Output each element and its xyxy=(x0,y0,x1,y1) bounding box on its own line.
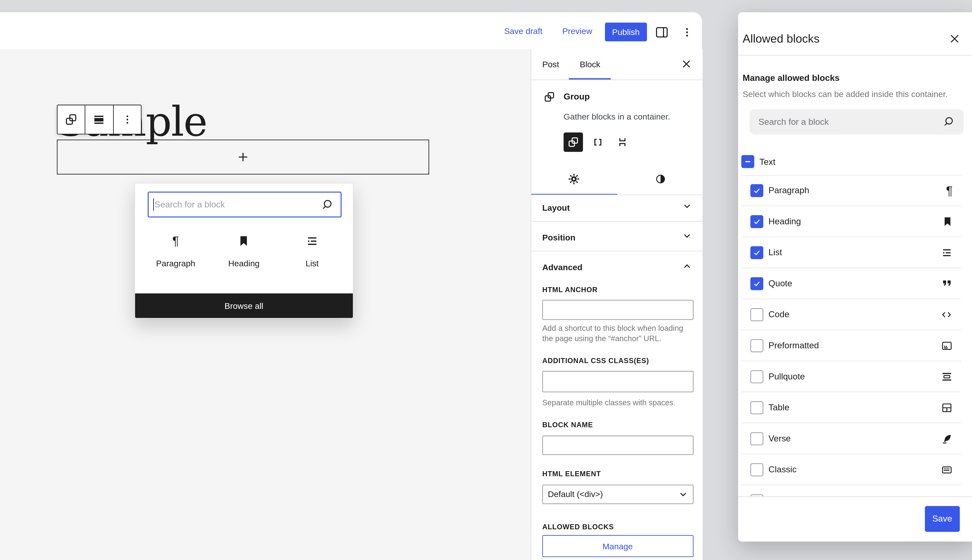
block-row-paragraph[interactable]: Paragraph ¶ xyxy=(741,175,961,206)
variation-stack-button[interactable] xyxy=(616,135,629,148)
panel-advanced[interactable]: Advanced xyxy=(542,262,582,272)
manage-allowed-blocks-button[interactable]: Manage xyxy=(542,535,693,557)
panel-layout[interactable]: Layout xyxy=(542,203,570,212)
list-icon xyxy=(305,230,318,252)
active-tab-indicator xyxy=(569,78,611,80)
divider xyxy=(738,55,972,56)
heading-checkbox[interactable] xyxy=(750,215,763,228)
settings-sidebar: Post Block Group Gather blocks in a xyxy=(531,49,703,560)
align-button[interactable] xyxy=(85,105,113,134)
group-block-outline[interactable] xyxy=(57,139,429,175)
modal-title: Allowed blocks xyxy=(743,32,820,46)
additional-css-input[interactable] xyxy=(542,371,693,392)
close-sidebar-button[interactable] xyxy=(680,58,693,70)
block-row-pullquote[interactable]: Pullquote xyxy=(741,361,961,392)
block-options-button[interactable] xyxy=(113,105,141,134)
verse-checkbox[interactable] xyxy=(750,432,763,445)
close-modal-button[interactable] xyxy=(948,32,961,45)
tab-styles[interactable] xyxy=(655,173,667,185)
group-block-icon xyxy=(544,91,555,103)
save-button[interactable]: Save xyxy=(925,506,960,532)
block-row-label: Paragraph xyxy=(769,185,809,195)
panel-position[interactable]: Position xyxy=(542,232,575,242)
options-menu-button[interactable] xyxy=(680,26,694,39)
block-row-classic[interactable]: Classic xyxy=(741,454,961,485)
chevron-down-icon[interactable] xyxy=(682,202,692,211)
block-row-list[interactable]: List xyxy=(741,237,961,268)
variation-group-button[interactable] xyxy=(564,132,583,152)
additional-css-label: ADDITIONAL CSS CLASS(ES) xyxy=(542,357,649,364)
modal-footer-divider xyxy=(738,496,972,497)
tab-block[interactable]: Block xyxy=(580,49,600,79)
inserter-item-list[interactable]: List xyxy=(278,230,346,285)
list-checkbox[interactable] xyxy=(750,246,763,259)
block-row-media[interactable]: Media xyxy=(741,485,961,496)
inserter-search-input[interactable] xyxy=(149,192,369,217)
paragraph-icon: ¶ xyxy=(172,230,179,252)
preformatted-checkbox[interactable] xyxy=(750,339,763,352)
quote-checkbox[interactable] xyxy=(750,277,763,290)
preview-button[interactable]: Preview xyxy=(562,26,592,35)
chevron-down-icon xyxy=(679,490,688,499)
list-icon xyxy=(941,247,953,258)
modal-search-field[interactable] xyxy=(749,109,963,134)
code-checkbox[interactable] xyxy=(750,308,763,321)
modal-description: Select which blocks can be added inside … xyxy=(743,89,948,99)
tab-settings[interactable] xyxy=(568,173,580,185)
html-element-value: Default (<div>) xyxy=(548,490,603,499)
settings-sidebar-toggle[interactable] xyxy=(655,26,668,39)
chevron-down-icon[interactable] xyxy=(682,231,692,240)
category-row-text: Text xyxy=(738,148,972,175)
tab-post[interactable]: Post xyxy=(542,49,559,79)
html-anchor-input[interactable] xyxy=(542,300,693,320)
row-variation-icon xyxy=(591,135,604,148)
allowed-blocks-list: Paragraph ¶ Heading List xyxy=(738,175,972,496)
indeterminate-icon xyxy=(743,157,752,166)
check-icon xyxy=(752,279,762,288)
table-checkbox[interactable] xyxy=(750,401,763,414)
chevron-up-icon[interactable] xyxy=(682,262,692,270)
check-icon xyxy=(752,217,762,226)
paragraph-icon: ¶ xyxy=(946,184,953,197)
group-variation-icon xyxy=(567,136,579,148)
inserter-item-paragraph[interactable]: ¶ Paragraph xyxy=(142,230,210,285)
align-none-icon xyxy=(93,113,105,126)
block-row-quote[interactable]: Quote xyxy=(741,268,961,299)
inserter-suggestions: ¶ Paragraph Heading xyxy=(142,230,346,285)
code-icon xyxy=(940,309,952,320)
html-anchor-help: Add a shortcut to this block when loadin… xyxy=(542,323,694,344)
save-draft-button[interactable]: Save draft xyxy=(504,26,542,35)
modal-search-input[interactable] xyxy=(749,109,972,134)
variation-row-button[interactable] xyxy=(591,135,604,148)
block-row-verse[interactable]: Verse xyxy=(741,423,961,455)
styles-half-circle-icon xyxy=(655,173,667,185)
classic-checkbox[interactable] xyxy=(750,463,763,476)
block-row-table[interactable]: Table xyxy=(741,392,961,423)
paragraph-checkbox[interactable] xyxy=(750,184,763,197)
category-text-checkbox[interactable] xyxy=(741,155,754,168)
browse-all-button[interactable]: Browse all xyxy=(135,293,353,318)
pullquote-checkbox[interactable] xyxy=(750,370,763,383)
block-row-preformatted[interactable]: Preformatted xyxy=(741,330,961,362)
html-element-select[interactable]: Default (<div>) xyxy=(542,484,693,504)
block-row-label: Pullquote xyxy=(769,372,805,382)
block-appender-button[interactable] xyxy=(237,151,249,163)
screen: Save draft Preview Publish Sample xyxy=(0,0,972,560)
media-checkbox[interactable] xyxy=(750,494,763,496)
block-card-title: Group xyxy=(564,92,590,102)
block-type-button[interactable] xyxy=(58,105,85,134)
allowed-blocks-label: ALLOWED BLOCKS xyxy=(542,523,614,531)
block-row-code[interactable]: Code xyxy=(741,299,961,330)
check-icon xyxy=(752,248,762,257)
inserter-search-field[interactable] xyxy=(148,192,341,217)
divider xyxy=(531,251,703,251)
publish-button[interactable]: Publish xyxy=(605,22,647,42)
block-card-description: Gather blocks in a container. xyxy=(564,112,670,122)
search-icon xyxy=(320,197,334,212)
block-row-heading[interactable]: Heading xyxy=(741,206,961,237)
html-element-label: HTML ELEMENT xyxy=(542,469,601,477)
block-name-input[interactable] xyxy=(542,436,693,455)
sidebar-icon xyxy=(655,26,668,39)
block-row-label: Heading xyxy=(769,217,801,226)
inserter-item-heading[interactable]: Heading xyxy=(210,230,278,285)
